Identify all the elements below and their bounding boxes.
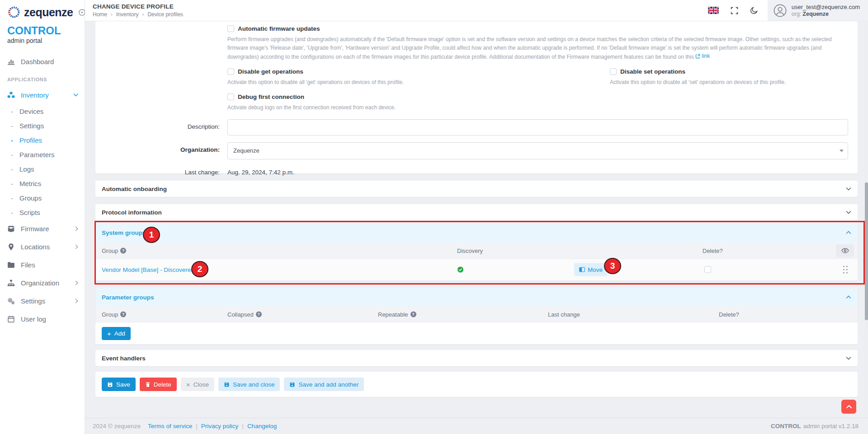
- footer-left: 2024 © zequenze Terms of service | Priva…: [93, 423, 277, 429]
- sidebar-item-profiles[interactable]: -Profiles: [7, 133, 78, 147]
- sidebar-item-label: Settings: [19, 122, 44, 130]
- org-label: org:: [792, 11, 802, 17]
- move-button-label: Move: [588, 266, 603, 273]
- sidebar-item-user-log[interactable]: User log: [7, 310, 78, 328]
- sidebar-item-groups[interactable]: -Groups: [7, 191, 78, 205]
- column-header-last-change: Last change: [548, 311, 580, 317]
- sidebar-toggle-icon[interactable]: [78, 9, 86, 16]
- parameter-groups-body: + Add: [95, 322, 858, 344]
- disable-set-help: Activate this option to disable all 'set…: [610, 78, 834, 87]
- auto-firmware-checkbox[interactable]: [227, 25, 234, 32]
- dash-bullet: -: [11, 180, 13, 187]
- breadcrumb-home[interactable]: Home: [93, 11, 107, 18]
- add-button-label: Add: [114, 330, 125, 337]
- dash-bullet: -: [11, 165, 13, 173]
- sidebar-item-files[interactable]: Files: [7, 256, 78, 274]
- help-icon[interactable]: ?: [410, 311, 416, 317]
- drag-handle[interactable]: [843, 266, 848, 274]
- language-flag-icon[interactable]: [702, 0, 725, 21]
- debug-label[interactable]: Debug first connection: [238, 93, 304, 100]
- disable-set-label[interactable]: Disable set operations: [620, 68, 685, 75]
- footer-version: CONTROLadmin portal v1.2.18: [771, 423, 859, 429]
- description-control: [227, 119, 848, 137]
- breadcrumb-inventory[interactable]: Inventory: [116, 11, 138, 18]
- sidebar-item-label: Groups: [19, 194, 42, 202]
- firmware-docs-link-label[interactable]: link: [702, 52, 710, 61]
- section-automatic-onboarding[interactable]: Automatic onboarding: [95, 181, 858, 197]
- page-title: CHANGE DEVICE PROFILE: [93, 3, 183, 10]
- dark-mode-moon-icon[interactable]: [744, 0, 764, 21]
- delete-button-label: Delete: [154, 381, 171, 388]
- save-and-add-another-button[interactable]: Save and add another: [284, 378, 364, 391]
- add-parameter-group-button[interactable]: + Add: [102, 327, 131, 340]
- disable-set-row: Disable set operations: [610, 68, 845, 75]
- system-groups-header[interactable]: System groups: [95, 223, 858, 243]
- sidebar-item-locations[interactable]: Locations: [7, 238, 78, 256]
- chevron-down-icon: [846, 356, 851, 360]
- help-icon[interactable]: ?: [120, 247, 126, 253]
- chevron-up-icon: [846, 405, 852, 409]
- columns-icon: [579, 267, 585, 272]
- chevron-right-icon: [75, 299, 78, 303]
- auto-firmware-label[interactable]: Automatic firmware updates: [238, 25, 320, 32]
- disable-get-label[interactable]: Disable get operations: [238, 68, 303, 75]
- last-change-label: Last change:: [95, 165, 220, 176]
- scroll-to-top-button[interactable]: [841, 400, 856, 414]
- footer-link-privacy[interactable]: Privacy policy: [201, 423, 239, 429]
- firmware-docs-link[interactable]: link: [695, 52, 710, 61]
- user-menu[interactable]: user_test@zequenze.com org:Zequenze: [768, 0, 868, 21]
- section-event-handlers[interactable]: Event handlers: [95, 350, 858, 366]
- disable-set-checkbox[interactable]: [610, 68, 617, 75]
- chevron-right-icon: [75, 244, 78, 249]
- app-root: zequenze CONTROL admin portal Dashboard …: [0, 0, 868, 434]
- section-parameter-groups: Parameter groups Group? Collapsed? Repea…: [95, 288, 858, 344]
- sidebar-item-devices[interactable]: -Devices: [7, 104, 78, 118]
- sidebar-item-settings-inventory[interactable]: -Settings: [7, 118, 78, 133]
- description-input[interactable]: [227, 119, 848, 135]
- save-button[interactable]: Save: [102, 378, 136, 391]
- chevron-up-icon: [846, 231, 851, 234]
- delete-checkbox[interactable]: [704, 266, 711, 273]
- sidebar-item-parameters[interactable]: -Parameters: [7, 147, 78, 162]
- section-protocol-information[interactable]: Protocol information: [95, 204, 858, 220]
- delete-button[interactable]: Delete: [140, 378, 177, 391]
- organization-label: Organization:: [95, 142, 220, 159]
- breadcrumb-separator: ›: [111, 11, 113, 18]
- sidebar-item-dashboard[interactable]: Dashboard: [7, 52, 78, 70]
- column-header-group: Group?: [102, 311, 126, 317]
- close-icon: ×: [186, 381, 190, 388]
- help-icon[interactable]: ?: [256, 311, 262, 317]
- sidebar-item-settings[interactable]: Settings: [7, 292, 78, 310]
- fullscreen-icon[interactable]: [725, 0, 744, 21]
- sidebar-item-metrics[interactable]: -Metrics: [7, 176, 78, 191]
- close-button[interactable]: × Close: [181, 378, 214, 391]
- system-groups-table-header: Group? Discovery Delete?: [95, 243, 858, 259]
- chevron-down-icon: [846, 210, 851, 214]
- footer-copyright: 2024 © zequenze: [93, 423, 141, 429]
- breadcrumb-device-profiles[interactable]: Device profiles: [147, 11, 183, 18]
- footer-link-terms[interactable]: Terms of service: [148, 423, 192, 429]
- save-and-close-button[interactable]: Save and close: [218, 378, 280, 391]
- sidebar-item-label: Parameters: [19, 151, 55, 159]
- visibility-toggle-button[interactable]: [836, 244, 854, 257]
- footer-version-text: admin portal v1.2.18: [803, 423, 859, 429]
- sidebar-item-firmware[interactable]: Firmware: [7, 219, 78, 238]
- footer-divider: |: [242, 423, 244, 429]
- footer-link-changelog[interactable]: Changelog: [247, 423, 277, 429]
- organization-select[interactable]: Zequenze: [227, 142, 848, 159]
- move-button[interactable]: Move: [574, 263, 608, 276]
- sidebar-item-organization[interactable]: Organization: [7, 274, 78, 292]
- parameter-groups-header[interactable]: Parameter groups: [95, 288, 858, 306]
- help-icon[interactable]: ?: [120, 311, 126, 317]
- group-link[interactable]: Vendor Model [Base] - Discovered: [102, 266, 194, 273]
- dash-bullet: -: [11, 151, 13, 159]
- scrollbar-thumb[interactable]: [865, 182, 868, 320]
- organization-row: Organization: Zequenze: [95, 142, 858, 159]
- sidebar-item-logs[interactable]: -Logs: [7, 162, 78, 176]
- close-button-label: Close: [193, 381, 209, 388]
- sidebar-item-scripts[interactable]: -Scripts: [7, 205, 78, 219]
- disable-get-checkbox[interactable]: [227, 68, 234, 75]
- sidebar-item-inventory[interactable]: Inventory: [7, 86, 78, 104]
- footer-version-product: CONTROL: [771, 423, 801, 429]
- debug-first-connection-checkbox[interactable]: [227, 93, 234, 100]
